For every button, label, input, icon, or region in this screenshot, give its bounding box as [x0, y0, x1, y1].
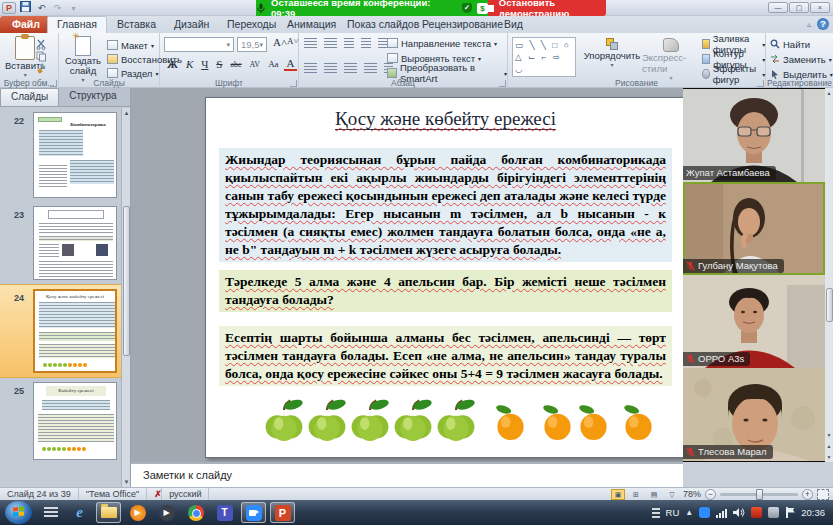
new-slide-button[interactable]: Создать слайд▾	[61, 36, 105, 83]
change-case-button[interactable]: Аа	[265, 59, 281, 69]
zoom-in-button[interactable]: +	[802, 489, 813, 500]
scroll-down-icon[interactable]: ▼	[825, 430, 833, 440]
zoom-out-button[interactable]: −	[705, 489, 716, 500]
network-icon[interactable]	[716, 508, 727, 518]
quick-styles-button[interactable]: Экспресс-стили▾	[642, 38, 700, 81]
char-spacing-button[interactable]: AV	[247, 60, 264, 69]
tab-file[interactable]: Файл	[0, 16, 52, 33]
slides-pane-scrollbar[interactable]: ▲ ▼	[121, 108, 130, 487]
help-button[interactable]: ?	[817, 18, 829, 30]
replace-button[interactable]: Заменить▾	[770, 52, 833, 66]
slide-paragraph-3[interactable]: Есептің шарты бойынша алманы бес тәсілме…	[219, 326, 672, 386]
italic-button[interactable]: К	[183, 58, 196, 70]
underline-button[interactable]: Ч	[198, 58, 211, 70]
decrease-indent-icon[interactable]	[344, 38, 354, 48]
restore-button[interactable]: ▢	[789, 2, 809, 13]
powerpoint-app-icon[interactable]: P	[2, 2, 16, 14]
participant-video-1[interactable]: Жупат Астамбаева	[683, 89, 825, 182]
qat-customize-chevron-icon[interactable]: ▾	[67, 2, 80, 15]
tab-outline[interactable]: Структура	[59, 88, 126, 106]
zoom-level-label[interactable]: 78%	[683, 489, 701, 499]
layout-button[interactable]: Макет▾	[107, 38, 154, 52]
reading-view-button[interactable]: ▤	[647, 489, 661, 500]
internet-explorer-icon[interactable]: e	[67, 502, 92, 523]
scroll-down-icon[interactable]: ▼	[122, 477, 131, 487]
text-direction-button[interactable]: Направление текста▾	[387, 36, 507, 50]
notes-pane[interactable]: Заметки к слайду	[131, 462, 683, 487]
line-spacing-icon[interactable]	[378, 38, 387, 48]
clipboard-dialog-launcher[interactable]	[50, 80, 57, 87]
shadow-button[interactable]: abc	[227, 60, 244, 69]
slide-thumbnail-23[interactable]: 23	[0, 202, 122, 284]
scroll-split-up-icon[interactable]: ▲	[825, 441, 833, 451]
toolbar-list-icon[interactable]	[38, 502, 63, 523]
scroll-up-icon[interactable]: ▲	[122, 108, 131, 118]
slide-paragraph-2[interactable]: Тәрелкеде 5 алма және 4 апельсин бар. Бі…	[219, 270, 672, 312]
find-button[interactable]: Найти	[770, 37, 833, 51]
media-player-icon[interactable]: ▶	[125, 502, 150, 523]
tab-insert[interactable]: Вставка	[108, 16, 165, 33]
theme-status[interactable]: "Тема Office"	[79, 488, 147, 501]
dollar-icon[interactable]: $	[477, 3, 488, 14]
drawing-dialog-launcher[interactable]	[757, 80, 764, 87]
app-tray-icon[interactable]	[768, 507, 779, 518]
slide-thumbnail-25[interactable]: 25 Көбейту ережесі	[0, 378, 122, 464]
close-button[interactable]: ×	[810, 2, 830, 13]
volume-icon[interactable]	[733, 507, 745, 518]
slide-thumbnail-24-selected[interactable]: 24 Қосу және көбейту ережесі	[0, 284, 122, 378]
tab-view[interactable]: Вид	[495, 16, 532, 33]
align-left-icon[interactable]	[304, 63, 317, 73]
teams-icon[interactable]: T	[212, 502, 237, 523]
paragraph-dialog-launcher[interactable]	[499, 80, 506, 87]
action-center-flag-icon[interactable]	[785, 507, 795, 518]
tab-animations[interactable]: Анимация	[278, 16, 345, 33]
language-status[interactable]: русский	[162, 488, 209, 501]
bullets-icon[interactable]	[304, 38, 317, 48]
slideshow-view-button[interactable]: ▽	[665, 489, 679, 500]
font-color-button[interactable]: А	[284, 57, 298, 71]
slide-number-status[interactable]: Слайд 24 из 39	[0, 488, 79, 501]
font-name-combo[interactable]: ▾	[164, 37, 234, 52]
numbering-icon[interactable]	[324, 38, 337, 48]
strikethrough-button[interactable]: S	[213, 58, 225, 70]
justify-icon[interactable]	[364, 63, 377, 73]
tab-design[interactable]: Дизайн	[165, 16, 218, 33]
minimize-button[interactable]: —	[768, 2, 788, 13]
zoom-app-icon[interactable]	[241, 502, 266, 523]
scroll-thumb[interactable]	[123, 206, 130, 356]
chrome-icon[interactable]	[183, 502, 208, 523]
font-size-combo[interactable]: 19,5▾	[237, 37, 267, 52]
slide-paragraph-1[interactable]: Жиындар теориясынан бұрын пайда болған к…	[219, 148, 672, 262]
stop-share-button[interactable]: Остановить демонстрацию	[488, 0, 606, 16]
arrange-button[interactable]: Упорядочить▾	[584, 38, 640, 68]
scroll-thumb[interactable]	[826, 288, 833, 322]
shield-icon[interactable]: ✓	[462, 3, 472, 13]
redo-icon[interactable]: ↷	[51, 2, 64, 15]
hidden-icons-chevron[interactable]: ▲	[685, 508, 693, 517]
ribbon-collapse-icon[interactable]: ▵	[807, 20, 811, 29]
video-panel-scrollbar[interactable]: ▲ ▼ ▲ ▼	[825, 88, 833, 462]
bold-button[interactable]: Ж	[164, 58, 181, 70]
undo-icon[interactable]: ↶	[35, 2, 48, 15]
zoom-tray-icon[interactable]	[699, 507, 710, 518]
shapes-gallery[interactable]: ▭ ╲ ╲ □ ○△ ⌙ ⌐ ⇨ ◡☆ ╲ ∧ { ⌇	[512, 37, 576, 77]
save-icon[interactable]	[19, 1, 32, 16]
align-center-icon[interactable]	[324, 63, 337, 73]
scroll-up-icon[interactable]: ▲	[825, 88, 833, 98]
scroll-split-down-icon[interactable]: ▼	[825, 452, 833, 462]
participant-video-3[interactable]: ОРРО A3s	[683, 275, 825, 368]
slide-thumbnail-22[interactable]: 22 Комбинаторика	[0, 108, 122, 202]
slide-sorter-view-button[interactable]: ⊞	[629, 489, 643, 500]
slide-title[interactable]: Қосу және көбейту ережесі	[206, 108, 683, 130]
start-button[interactable]	[5, 501, 32, 524]
participant-video-2[interactable]: Гулбану Мақутова	[683, 182, 825, 275]
tab-transitions[interactable]: Переходы	[218, 16, 285, 33]
normal-view-button[interactable]: ▣	[611, 489, 625, 500]
increase-indent-icon[interactable]	[361, 38, 371, 48]
spellcheck-status-icon[interactable]: ✗	[147, 488, 162, 501]
font-dialog-launcher[interactable]	[290, 80, 297, 87]
participant-video-4[interactable]: Тлесова Марал	[683, 368, 825, 461]
clock[interactable]: 20:36	[801, 507, 825, 518]
zoom-slider-thumb[interactable]	[756, 489, 763, 500]
fit-to-window-button[interactable]	[817, 489, 829, 500]
